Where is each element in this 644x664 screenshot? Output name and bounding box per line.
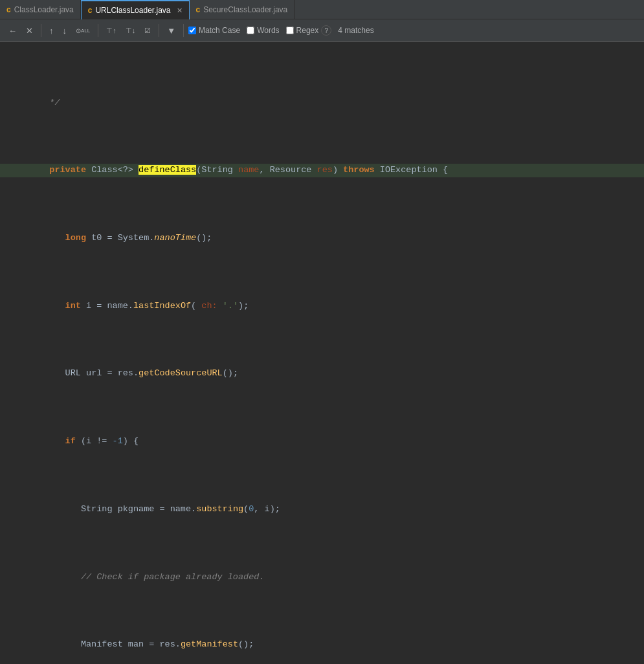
tab-bar: c ClassLoader.java c URLClassLoader.java… xyxy=(0,0,644,19)
code-area: */ private Class<?> defineClass(String n… xyxy=(0,42,644,664)
tab-label-classloader: ClassLoader.java xyxy=(14,5,74,14)
words-checkbox[interactable] xyxy=(247,27,254,34)
toolbar-sep-3 xyxy=(159,24,159,37)
close-find-button[interactable]: ✕ xyxy=(23,24,36,38)
regex-label[interactable]: Regex xyxy=(286,26,319,35)
next-match-button[interactable]: ↓ xyxy=(60,24,71,38)
line-code-3: long t0 = System.nanoTime(); xyxy=(34,232,644,245)
toolbar-sep-2 xyxy=(98,24,98,37)
code-content: */ private Class<?> defineClass(String n… xyxy=(0,42,644,664)
tab-secureclassloader[interactable]: c SecureClassLoader.java xyxy=(190,0,295,19)
tab-label-urlclassloader: URLClassLoader.java xyxy=(95,6,170,15)
toolbar-sep-1 xyxy=(41,24,41,37)
code-line-3: long t0 = System.nanoTime(); xyxy=(0,232,644,245)
prev-match-button[interactable]: ↑ xyxy=(46,24,57,38)
tab-label-secureclassloader: SecureClassLoader.java xyxy=(203,5,287,14)
replace-button[interactable]: ⊤↑ xyxy=(103,25,120,37)
match-case-checkbox[interactable] xyxy=(188,27,196,34)
code-line-4: int i = name.lastIndexOf( ch: '.'); xyxy=(0,300,644,313)
help-button[interactable]: ? xyxy=(321,25,331,36)
toggle-replace-button[interactable]: ☑ xyxy=(141,25,154,37)
code-line-2: private Class<?> defineClass(String name… xyxy=(0,164,644,177)
find-all-button[interactable]: ⊙ALL xyxy=(72,25,93,36)
tab-classloader[interactable]: c ClassLoader.java xyxy=(0,0,81,19)
toolbar-sep-4 xyxy=(183,24,184,37)
find-toolbar: ← ✕ ↑ ↓ ⊙ALL ⊤↑ ⊤↓ ☑ ▼ Match Case Words … xyxy=(0,19,644,42)
filter-button[interactable]: ▼ xyxy=(164,24,179,38)
match-case-text: Match Case xyxy=(199,26,240,35)
code-line-5: URL url = res.getCodeSourceURL(); xyxy=(0,367,644,381)
line-code-1: */ xyxy=(34,96,644,110)
tab-close-urlclassloader[interactable]: ✕ xyxy=(177,6,183,15)
match-case-label[interactable]: Match Case xyxy=(188,26,240,35)
code-line-7: String pkgname = name.substring(0, i); xyxy=(0,503,644,516)
line-code-4: int i = name.lastIndexOf( ch: '.'); xyxy=(34,300,644,313)
tab-icon-urlclassloader: c xyxy=(88,6,93,15)
tab-urlclassloader[interactable]: c URLClassLoader.java ✕ xyxy=(81,0,190,19)
line-code-6: if (i != -1) { xyxy=(34,435,644,448)
code-line-9: Manifest man = res.getManifest(); xyxy=(0,638,644,652)
line-code-9: Manifest man = res.getManifest(); xyxy=(34,638,644,652)
regex-checkbox[interactable] xyxy=(286,27,294,34)
replace-all-button[interactable]: ⊤↓ xyxy=(122,25,139,37)
tab-icon-secureclassloader: c xyxy=(196,5,201,14)
code-line-6: if (i != -1) { xyxy=(0,435,644,448)
line-code-5: URL url = res.getCodeSourceURL(); xyxy=(34,367,644,381)
words-label[interactable]: Words xyxy=(247,26,279,35)
regex-text: Regex xyxy=(296,26,319,35)
line-code-7: String pkgname = name.substring(0, i); xyxy=(34,503,644,516)
tab-icon-classloader: c xyxy=(6,5,11,14)
back-button[interactable]: ← xyxy=(5,24,20,38)
line-code-2: private Class<?> defineClass(String name… xyxy=(34,164,644,177)
code-line-1: */ xyxy=(0,96,644,110)
line-code-8: // Check if package already loaded. xyxy=(34,571,644,584)
match-count: 4 matches xyxy=(338,26,373,35)
code-line-8: // Check if package already loaded. xyxy=(0,571,644,584)
words-text: Words xyxy=(257,26,279,35)
